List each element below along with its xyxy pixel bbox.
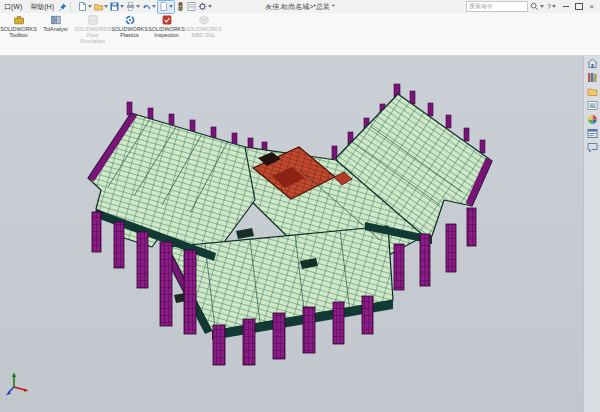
search-commands-input[interactable]: 搜索命令 bbox=[466, 1, 528, 12]
help-caret-icon[interactable] bbox=[552, 5, 556, 8]
help-button[interactable]: ? bbox=[547, 3, 556, 10]
task-pane bbox=[583, 53, 600, 412]
tab-solidworks-toolbox[interactable]: SOLIDWORKS Toolbox bbox=[1, 15, 36, 38]
pin-menu-icon[interactable] bbox=[58, 2, 68, 12]
dropdown-caret-icon[interactable] bbox=[208, 5, 212, 8]
tab-label: Toolbox bbox=[9, 32, 28, 38]
tab-solidworks-flow-simulation: SOLIDWORKS Flow Simulation bbox=[75, 15, 110, 44]
solidworks-resources-home-button[interactable] bbox=[585, 57, 599, 70]
search-icon[interactable] bbox=[530, 2, 539, 11]
options-button[interactable] bbox=[197, 1, 213, 13]
file-explorer-button[interactable] bbox=[585, 85, 599, 98]
tab-solidworks-plastics[interactable]: SOLIDWORKS Plastics bbox=[112, 15, 147, 38]
dropdown-caret-icon[interactable] bbox=[136, 5, 140, 8]
dropdown-caret-icon[interactable] bbox=[169, 5, 173, 8]
menu-help[interactable]: 帮助(H) bbox=[26, 0, 58, 13]
slab-panels bbox=[88, 94, 492, 331]
select-button[interactable] bbox=[157, 0, 175, 14]
restore-icon bbox=[575, 3, 583, 10]
file-properties-button[interactable] bbox=[186, 1, 197, 13]
open-button[interactable] bbox=[93, 1, 109, 13]
close-icon: × bbox=[589, 3, 594, 11]
minimize-icon bbox=[563, 6, 569, 8]
dropdown-caret-icon[interactable] bbox=[120, 5, 124, 8]
print-button[interactable] bbox=[125, 1, 141, 13]
tab-label: Plastics bbox=[120, 32, 139, 38]
menu-window[interactable]: 口(W) bbox=[0, 0, 26, 13]
title-bar: 口(W) 帮助(H) bbox=[0, 0, 600, 13]
search-options-caret-icon[interactable] bbox=[540, 5, 544, 8]
view-palette-button[interactable] bbox=[585, 99, 599, 112]
design-library-button[interactable] bbox=[585, 71, 599, 84]
appearances-scenes-button[interactable] bbox=[585, 113, 599, 126]
tab-label: TolAnalyst bbox=[43, 26, 68, 32]
dropdown-caret-icon[interactable] bbox=[104, 5, 108, 8]
dropdown-caret-icon[interactable] bbox=[88, 5, 92, 8]
rebuild-button[interactable] bbox=[175, 1, 186, 13]
mbd-icon bbox=[199, 15, 209, 25]
titlebar-right-controls: 搜索命令 ? × bbox=[466, 1, 598, 12]
origin-triad bbox=[3, 370, 33, 400]
tab-solidworks-mbd-snl: SOLIDWORKS MBD SNL bbox=[186, 15, 221, 38]
tab-solidworks-inspection[interactable]: SOLIDWORKS Inspection bbox=[149, 15, 184, 38]
dropdown-caret-icon[interactable] bbox=[152, 5, 156, 8]
close-button[interactable]: × bbox=[585, 1, 598, 12]
search-placeholder: 搜索命令 bbox=[469, 2, 525, 11]
undo-button[interactable] bbox=[141, 1, 157, 13]
plastics-icon bbox=[125, 15, 135, 25]
command-manager-bar: SOLIDWORKS Toolbox TolAnalyst SOLIDWORKS… bbox=[0, 13, 600, 56]
quick-access-toolbar bbox=[77, 0, 213, 13]
inspection-icon bbox=[162, 15, 172, 25]
tab-tolanalyst[interactable]: TolAnalyst bbox=[38, 15, 73, 32]
formwork-assembly-model[interactable] bbox=[0, 0, 600, 412]
save-button[interactable] bbox=[109, 1, 125, 13]
tab-label: MBD SNL bbox=[192, 32, 216, 38]
help-label: ? bbox=[547, 3, 551, 10]
restore-button[interactable] bbox=[572, 1, 585, 12]
new-document-button[interactable] bbox=[77, 1, 93, 13]
custom-properties-button[interactable] bbox=[585, 127, 599, 140]
flow-simulation-icon bbox=[88, 15, 98, 25]
minimize-button[interactable] bbox=[559, 1, 572, 12]
tolanalyst-icon bbox=[51, 15, 61, 25]
tab-label: Simulation bbox=[80, 38, 105, 44]
divider bbox=[70, 2, 71, 12]
tab-label: Inspection bbox=[154, 32, 179, 38]
toolbox-icon bbox=[14, 15, 24, 25]
solidworks-forum-button[interactable] bbox=[585, 141, 599, 154]
